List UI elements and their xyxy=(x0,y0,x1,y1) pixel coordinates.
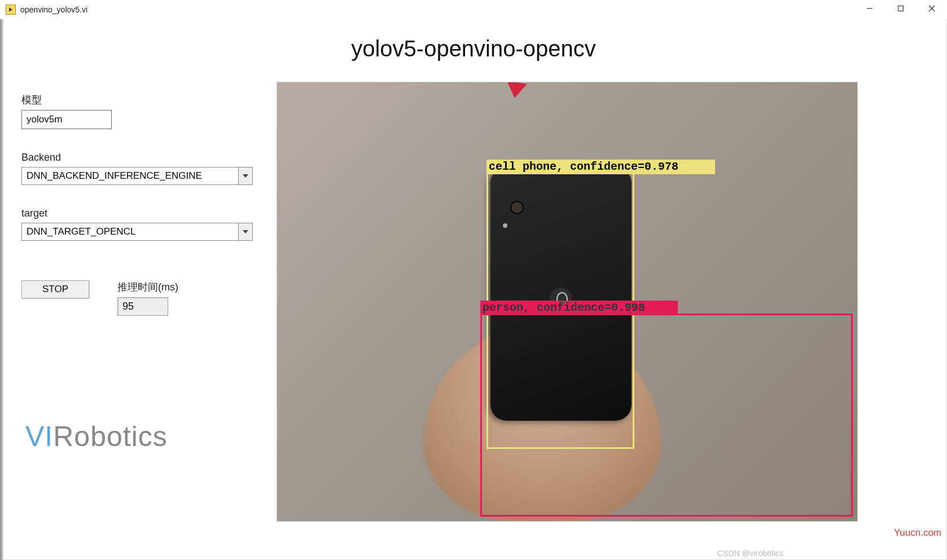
backend-value: DNN_BACKEND_INFERENCE_ENGINE xyxy=(21,167,238,185)
backend-dropdown-button[interactable] xyxy=(238,167,253,185)
logo-v: V xyxy=(25,421,45,452)
minimize-button[interactable] xyxy=(854,0,885,17)
timer-group: 推理时间(ms) 95 xyxy=(117,280,178,316)
logo-rest: Robotics xyxy=(53,421,168,452)
camera-scene: cell phone, confidence=0.978 person, con… xyxy=(277,82,857,521)
backend-group: Backend DNN_BACKEND_INFERENCE_ENGINE xyxy=(21,152,225,185)
svg-rect-1 xyxy=(898,6,903,11)
target-group: target DNN_TARGET_OPENCL xyxy=(21,208,225,241)
timer-value: 95 xyxy=(117,297,168,316)
app-icon xyxy=(6,5,16,15)
titlebar[interactable]: openvino_yolov5.vi xyxy=(0,0,947,19)
target-value: DNN_TARGET_OPENCL xyxy=(21,223,238,241)
detection-box-person: person, confidence=0.998 xyxy=(480,314,853,517)
window-title: openvino_yolov5.vi xyxy=(20,5,87,14)
target-label: target xyxy=(21,208,225,219)
detection-label-person: person, confidence=0.998 xyxy=(480,301,678,315)
backend-label: Backend xyxy=(21,152,225,164)
page-title: yolov5-openvino-opencv xyxy=(0,36,947,61)
model-label: 模型 xyxy=(21,93,225,107)
chevron-down-icon xyxy=(243,174,248,178)
target-dropdown-button[interactable] xyxy=(238,223,253,241)
action-row: STOP 推理时间(ms) 95 xyxy=(21,280,225,316)
control-panel: 模型 Backend DNN_BACKEND_INFERENCE_ENGINE … xyxy=(21,93,225,316)
red-triangle-decor xyxy=(506,82,540,105)
model-group: 模型 xyxy=(21,93,225,129)
chevron-down-icon xyxy=(243,230,248,233)
video-viewport: cell phone, confidence=0.978 person, con… xyxy=(277,82,858,522)
virobotics-logo: VIRobotics xyxy=(25,420,168,453)
watermark-yuucn: Yuucn.com xyxy=(894,527,941,539)
maximize-button[interactable] xyxy=(885,0,916,17)
model-input[interactable] xyxy=(21,110,112,129)
stop-button[interactable]: STOP xyxy=(21,280,89,298)
target-combo[interactable]: DNN_TARGET_OPENCL xyxy=(21,223,253,241)
backend-combo[interactable]: DNN_BACKEND_INFERENCE_ENGINE xyxy=(21,167,253,185)
window-controls xyxy=(854,0,947,17)
logo-i: I xyxy=(45,421,53,452)
timer-label: 推理时间(ms) xyxy=(117,280,178,294)
close-button[interactable] xyxy=(916,0,947,17)
content-area: 模型 Backend DNN_BACKEND_INFERENCE_ENGINE … xyxy=(0,82,947,560)
detection-label-cellphone: cell phone, confidence=0.978 xyxy=(486,160,715,174)
watermark-csdn: CSDN @virobotics xyxy=(717,549,783,558)
